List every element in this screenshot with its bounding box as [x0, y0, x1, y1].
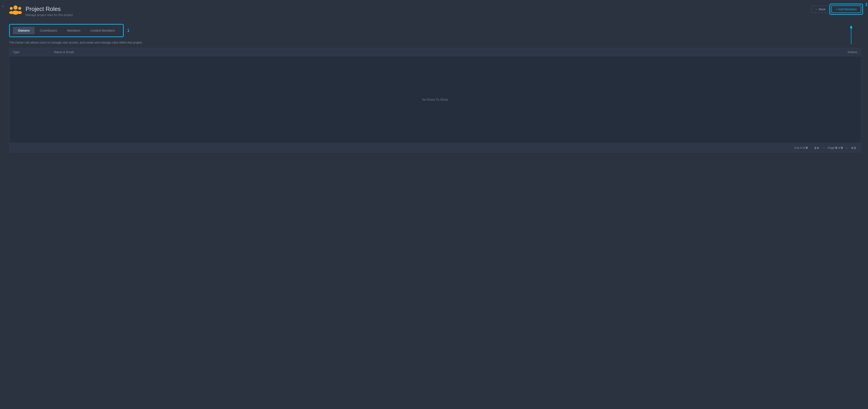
- table-container: Type Name or Email Actions No Rows To Sh…: [9, 48, 861, 152]
- pagination-next-button[interactable]: ›: [844, 145, 848, 150]
- annotation-number-2: 2: [865, 2, 868, 7]
- header-actions: ← Back + Add Members 2: [811, 5, 861, 13]
- table-header: Type Name or Email Actions: [9, 48, 861, 56]
- annotation-number-1: 1: [127, 28, 129, 33]
- tab-owners[interactable]: Owners: [13, 27, 35, 34]
- tab-contributors[interactable]: Contributors: [35, 27, 62, 34]
- svg-point-5: [18, 11, 22, 14]
- page-label: Page 0 of 0: [828, 146, 843, 150]
- column-type: Type: [13, 50, 54, 54]
- pagination-first-button[interactable]: ▮◀: [813, 145, 820, 150]
- page-header: Project Roles Manage project roles for t…: [9, 5, 861, 18]
- page-subtitle: Manage project roles for this project.: [26, 13, 73, 17]
- svg-point-0: [13, 5, 18, 10]
- back-button[interactable]: ← Back: [811, 6, 830, 13]
- header-text: Project Roles Manage project roles for t…: [26, 5, 73, 17]
- tab-members[interactable]: Members: [62, 27, 86, 34]
- pagination-last-button[interactable]: ▶▮: [850, 145, 857, 150]
- page-title: Project Roles: [26, 5, 73, 12]
- tabs-section: Owners Contributors Members Limited Memb…: [9, 24, 861, 37]
- no-rows-message: No Rows To Show: [422, 98, 448, 101]
- add-members-button[interactable]: + Add Members: [831, 5, 861, 13]
- svg-point-2: [10, 7, 13, 10]
- sidebar-toggle[interactable]: »: [2, 4, 4, 8]
- svg-point-4: [18, 7, 21, 10]
- header-left: Project Roles Manage project roles for t…: [9, 5, 73, 18]
- add-members-wrapper: + Add Members 2: [831, 5, 861, 13]
- tabs-wrapper: Owners Contributors Members Limited Memb…: [9, 24, 124, 37]
- project-roles-icon: [9, 5, 22, 18]
- svg-point-3: [9, 11, 13, 14]
- pagination-bar: 0 to 0 of 0 ▮◀ ‹ Page 0 of 0 › ▶▮: [9, 143, 861, 152]
- role-description: The Owner role allows users to manage us…: [9, 41, 861, 44]
- pagination-prev-button[interactable]: ‹: [822, 145, 826, 150]
- tab-limited-members[interactable]: Limited Members: [86, 27, 120, 34]
- column-actions: Actions: [830, 50, 857, 54]
- table-body: No Rows To Show: [9, 56, 861, 143]
- column-name-or-email: Name or Email: [54, 50, 830, 54]
- pagination-range: 0 to 0 of 0: [795, 146, 808, 150]
